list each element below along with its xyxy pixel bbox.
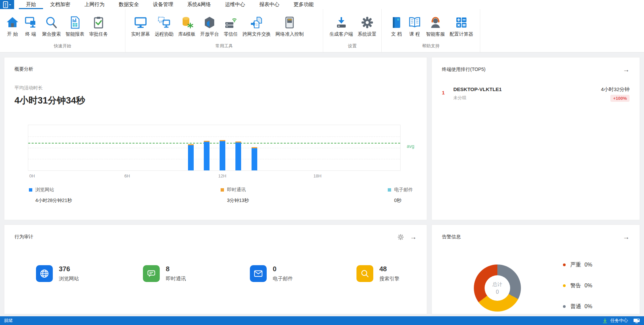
alarm-legend-item-warning: 警告 0% <box>563 282 592 289</box>
legend-item-email: 电子邮件 0秒 <box>388 187 413 204</box>
alarm-info-panel: 告警信息 → 总计 0 严重 0% 警告 0% <box>431 225 640 314</box>
approval-task-icon <box>92 15 105 30</box>
menu-tab-bar: 开始 文档加密 上网行为 数据安全 设备管理 系统&网络 运维中心 报表中心 更… <box>0 0 644 9</box>
ribbon-group-label: 常用工具 <box>125 42 323 52</box>
monitor-icon[interactable] <box>633 318 640 323</box>
ribbon-toolbar: 开 始 终 端 聚合搜索 <box>0 9 644 52</box>
ribbon-item-terminal[interactable]: 终 端 <box>22 14 40 38</box>
ribbon-item-label: 系统设置 <box>358 31 377 37</box>
legend-label: 浏览网站 <box>35 187 54 193</box>
arrow-right-icon[interactable]: → <box>623 234 630 240</box>
legend-label: 警告 <box>570 282 581 289</box>
terminal-ranking-panel: 终端使用排行(TOP5) → 1 DESKTOP-VLKTLE1 未分组 4小时… <box>431 57 640 220</box>
legend-item-im: 即时通讯 3分钟13秒 <box>221 187 249 204</box>
config-calculator-icon <box>455 15 468 30</box>
ribbon-item-course[interactable]: 课 程 <box>406 14 424 38</box>
live-screen-icon <box>134 15 147 30</box>
tab-data-security[interactable]: 数据安全 <box>112 0 146 9</box>
ribbon-item-document[interactable]: 文 档 <box>387 14 406 38</box>
average-line-label: avg <box>407 144 414 149</box>
ribbon-item-label: 课 程 <box>409 31 420 37</box>
legend-label: 电子邮件 <box>394 187 413 193</box>
ribbon-item-label: 实时屏幕 <box>131 31 150 37</box>
remote-assist-icon <box>157 15 171 30</box>
stat-label: 浏览网站 <box>59 276 79 282</box>
task-center-button[interactable]: 任务中心 <box>602 318 640 324</box>
generate-client-icon <box>335 15 348 30</box>
library-template-icon <box>180 15 194 30</box>
terminal-name: DESKTOP-VLKTLE1 <box>453 86 601 92</box>
dashboard-main: 概要分析 平均活动时长 4小时31分钟34秒 avg 0H 6H <box>0 52 644 316</box>
tab-doc-encryption[interactable]: 文档加密 <box>43 0 77 9</box>
network-access-control-icon <box>283 15 296 30</box>
stat-card-browse[interactable]: 376 浏览网站 <box>36 265 79 282</box>
alarm-legend-item-normal: 普通 0% <box>563 303 592 310</box>
x-tick: 6H <box>124 173 130 178</box>
ribbon-item-label: 生成客户端 <box>330 31 353 37</box>
menu-tabs: 开始 文档加密 上网行为 数据安全 设备管理 系统&网络 运维中心 报表中心 更… <box>19 0 321 9</box>
cross-network-file-exchange-icon <box>250 15 263 30</box>
ribbon-item-network-access-control[interactable]: 网络准入控制 <box>273 14 306 38</box>
donut-center-value: 0 <box>496 289 499 295</box>
summary-analysis-panel: 概要分析 平均活动时长 4小时31分钟34秒 avg 0H 6H <box>4 57 427 220</box>
ribbon-item-aggregate-search[interactable]: 聚合搜索 <box>40 14 63 38</box>
ribbon-item-library-template[interactable]: 库&模板 <box>176 14 198 38</box>
tab-report-center[interactable]: 报表中心 <box>252 0 287 9</box>
ribbon-item-generate-client[interactable]: 生成客户端 <box>327 14 355 38</box>
tab-device-management[interactable]: 设备管理 <box>146 0 180 9</box>
ribbon-group-help-support: 文 档 课 程 智能客服 <box>382 9 480 52</box>
arrow-right-icon[interactable]: → <box>623 66 630 73</box>
ribbon-item-system-settings[interactable]: 系统设置 <box>355 14 379 38</box>
ribbon-group-settings: 生成客户端 系统设置 设置 <box>323 9 382 52</box>
app-menu-button[interactable] <box>0 0 14 9</box>
x-tick: 0H <box>29 173 35 178</box>
ribbon-item-approval-task[interactable]: 审批任务 <box>87 14 110 38</box>
chart-bar <box>204 141 210 170</box>
ribbon-item-smart-service[interactable]: 智能客服 <box>424 14 447 38</box>
gear-icon[interactable] <box>397 234 404 240</box>
legend-value: 0% <box>584 262 592 268</box>
ribbon-item-open-platform[interactable]: 开放平台 <box>198 14 221 38</box>
terminal-group: 未分组 <box>453 95 601 101</box>
legend-swatch <box>388 188 391 192</box>
status-text: 就绪 <box>4 318 602 324</box>
ribbon-item-label: 审批任务 <box>89 31 108 37</box>
donut-center: 总计 0 <box>485 275 510 301</box>
ribbon-item-home[interactable]: 开 始 <box>3 14 22 38</box>
globe-icon <box>36 265 53 282</box>
chart-bar <box>220 140 225 170</box>
tab-ops-center[interactable]: 运维中心 <box>218 0 252 9</box>
ribbon-item-label: 开放平台 <box>200 31 219 37</box>
ribbon-item-config-calculator[interactable]: 配置计算器 <box>447 14 476 38</box>
ribbon-item-label: 跨网文件交换 <box>242 31 271 37</box>
behavior-audit-panel: 行为审计 → 376 浏览网站 <box>4 225 427 314</box>
stat-card-im[interactable]: 8 即时通讯 <box>143 265 186 282</box>
open-platform-icon <box>203 15 216 30</box>
terminal-duration: 4小时32分钟 <box>601 86 630 93</box>
ribbon-item-remote-assist[interactable]: 远程协助 <box>152 14 176 38</box>
stat-card-search-engine[interactable]: 48 搜索引擎 <box>356 265 400 282</box>
stat-card-email[interactable]: 0 电子邮件 <box>250 265 293 282</box>
task-center-label: 任务中心 <box>610 318 628 324</box>
ribbon-item-zero-trust[interactable]: 零信任 <box>221 14 240 38</box>
ribbon-item-label: 库&模板 <box>178 31 195 37</box>
legend-value: 0% <box>584 303 592 310</box>
legend-label: 严重 <box>570 261 581 269</box>
ribbon-item-label: 远程协助 <box>155 31 174 37</box>
tab-start[interactable]: 开始 <box>19 0 43 9</box>
arrow-right-icon[interactable]: → <box>410 234 417 240</box>
tab-web-behavior[interactable]: 上网行为 <box>77 0 112 9</box>
legend-dot <box>563 305 566 308</box>
document-icon <box>390 15 403 30</box>
tab-more-features[interactable]: 更多功能 <box>287 0 321 9</box>
ribbon-item-smart-report[interactable]: 智能报表 <box>63 14 87 38</box>
chart-bar <box>252 147 257 170</box>
legend-value: 4小时28分钟21秒 <box>35 198 72 204</box>
ribbon-item-label: 聚合搜索 <box>42 31 61 37</box>
ribbon-item-cross-network-file-exchange[interactable]: 跨网文件交换 <box>240 14 273 38</box>
chat-icon <box>143 265 160 282</box>
ranking-list-item[interactable]: 1 DESKTOP-VLKTLE1 未分组 4小时32分钟 +100% <box>442 86 630 102</box>
tab-system-network[interactable]: 系统&网络 <box>180 0 218 9</box>
legend-dot <box>563 284 566 287</box>
ribbon-item-live-screen[interactable]: 实时屏幕 <box>129 14 152 38</box>
